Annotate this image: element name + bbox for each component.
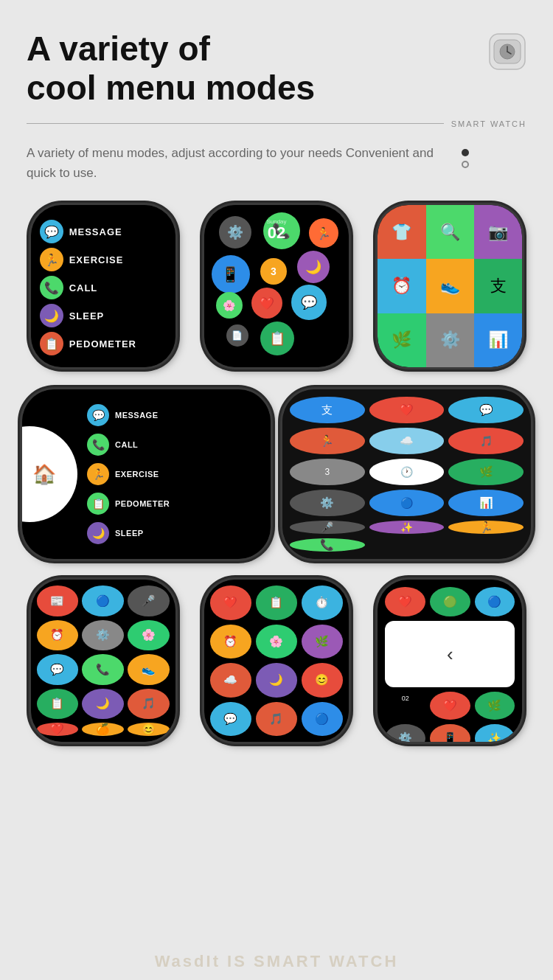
watch-frame-5: 支 ❤️ 💬 🏃 ☁️ 🎵 3 🕐 🌿 ⚙️ 🔵 📊 🎤 ✨ 🏃 📞 [282,389,531,559]
sleep-bubble: 🌙 [297,251,330,283]
app-bubble: 🌿 [475,692,515,720]
app-bubble: 😊 [128,723,170,736]
app-bubble: 📱 [212,255,250,293]
watch-cell-2: Sunday 02 ⚙️ 📞 🏃 📱 3 🌙 🌸 ❤️ 💬 📄 📋 [195,205,357,367]
note-bubble: 📄 [226,324,248,347]
list-item: 🏃 EXERCISE [40,248,167,271]
item-label: SLEEP [69,310,105,322]
app-bubble: 🔵 [82,585,124,616]
watch-cell-7: ❤️ 📋 ⏱️ ⏰ 🌸 🌿 ☁️ 🌙 😊 💬 🎵 🔵 [195,580,357,742]
grid-cell: ⏰ [378,259,425,313]
grid-cell: 🌿 [378,313,425,367]
chat-bubble: 💬 [448,397,524,423]
list-item: 📋 PEDOMETER [87,493,170,515]
app-bubble: ⚙️ [385,724,425,742]
list-item: 📞 CALL [87,434,170,456]
circle-bubble: 🔵 [369,490,445,516]
item-label: EXERCISE [69,254,124,265]
activity-bubble: 🏃 [309,218,338,248]
message-icon: 💬 [40,220,63,243]
app-bubble: 🌸 [256,625,297,659]
title-line1: A variety of [27,29,210,68]
app-bubble: 💬 [37,654,79,685]
app-bubble: 🌙 [82,689,124,720]
date-label: 02 [385,692,425,720]
watch-screen-2: Sunday 02 ⚙️ 📞 🏃 📱 3 🌙 🌸 ❤️ 💬 📄 📋 [204,205,349,367]
watch-frame-8: ❤️ 🟢 🔵 ‹ 02 ❤️ 🌿 ⚙️ 📱 ✨ [378,580,522,742]
app-bubble: 📞 [82,654,124,685]
watch-cell-8: ❤️ 🟢 🔵 ‹ 02 ❤️ 🌿 ⚙️ 📱 ✨ [369,580,531,742]
grid-bubble: 📊 [448,490,524,516]
watch-frame-7: ❤️ 📋 ⏱️ ⏰ 🌸 🌿 ☁️ 🌙 😊 💬 🎵 🔵 [204,580,349,742]
watch-screen-6: 📰 🔵 🎤 ⏰ ⚙️ 🌸 💬 📞 👟 📋 🌙 🎵 ❤️ 🍊 😊 [31,580,175,742]
num3-bubble: 3 [260,258,287,285]
app-bubble: 🎤 [128,585,170,616]
watch-screen-1: 💬 MESSAGE 🏃 EXERCISE 📞 CALL 🌙 SLEEP [31,205,175,367]
back-arrow-icon: ‹ [447,643,453,666]
semicircle: 🏠 [22,426,77,522]
heart-bubble: ❤️ [369,397,445,423]
watch-frame-2: Sunday 02 ⚙️ 📞 🏃 📱 3 🌙 🌸 ❤️ 💬 📄 📋 [204,205,349,367]
watch-cell-1: 💬 MESSAGE 🏃 EXERCISE 📞 CALL 🌙 SLEEP [22,205,184,367]
app-bubble: 🔵 [302,702,343,737]
grid-cell: 👕 [378,205,425,259]
w4-menu-list: 💬 MESSAGE 📞 CALL 🏃 EXERCISE 📋 PEDOMETER [87,404,170,544]
app-bubble: 🌸 [128,620,170,651]
chat-bubble: 💬 [291,285,327,320]
watch-frame-3: 👕 🔍 📷 ⏰ 👟 支 🌿 ⚙️ 📊 [378,205,522,367]
top-watches-grid: 💬 MESSAGE 🏃 EXERCISE 📞 CALL 🌙 SLEEP [0,198,553,389]
title-line2: cool menu modes [27,69,315,107]
watch-screen-3: 👕 🔍 📷 ⏰ 👟 支 🌿 ⚙️ 📊 [378,205,522,367]
indicator-dots [462,149,469,168]
top-bubbles: ❤️ 🟢 🔵 [378,580,522,616]
item-label: SLEEP [115,529,144,538]
app-bubble: 🟢 [430,587,470,616]
list-item: 🌙 SLEEP [40,304,167,327]
sleep-icon: 🌙 [40,304,63,327]
page-title: A variety of cool menu modes [27,29,315,108]
app-bubble: 👟 [128,654,170,685]
sleep-icon: 🌙 [87,522,109,544]
app-bubble: ❤️ [210,585,251,620]
item-label: EXERCISE [115,470,159,479]
app-bubble: ❤️ [385,587,425,616]
app-bubble: 💬 [210,702,251,737]
list-bubble: 📋 [260,322,294,355]
flower-bubble: 🌸 [216,292,243,319]
app-bubble: 📋 [256,585,297,620]
list-item: 🌙 SLEEP [87,522,170,544]
grid-cell: 📊 [474,313,522,367]
list-item: 📋 PEDOMETER [40,332,167,355]
app-bubble: ⏰ [210,625,251,659]
watch-app-icon [488,32,526,71]
exercise-icon: 🏃 [40,248,63,271]
app-bubble: 🍊 [82,723,124,736]
dots-bubble: ✨ [369,521,445,534]
grid-cell: 👟 [426,259,474,313]
dot-active [462,149,469,156]
app-bubble: 🎵 [128,689,170,720]
watch-screen-7: ❤️ 📋 ⏱️ ⏰ 🌸 🌿 ☁️ 🌙 😊 💬 🎵 🔵 [204,580,349,742]
home-icon: 🏠 [32,463,56,486]
watch-frame-4: 🏠 💬 MESSAGE 📞 CALL 🏃 EXERCISE [22,389,271,559]
watch-screen-4: 🏠 💬 MESSAGE 📞 CALL 🏃 EXERCISE [22,389,271,559]
middle-watches-grid: 🏠 💬 MESSAGE 📞 CALL 🏃 EXERCISE [0,389,553,572]
watch-screen-8: ❤️ 🟢 🔵 ‹ 02 ❤️ 🌿 ⚙️ 📱 ✨ [378,580,522,742]
watch-cell-4: 🏠 💬 MESSAGE 📞 CALL 🏃 EXERCISE [22,389,271,559]
watch-cell-5: 支 ❤️ 💬 🏃 ☁️ 🎵 3 🕐 🌿 ⚙️ 🔵 📊 🎤 ✨ 🏃 📞 [282,389,531,559]
description-text: A variety of menu modes, adjust accordin… [27,143,447,183]
header-section: A variety of cool menu modes [0,0,553,119]
app-bubble: 🌿 [302,625,343,659]
app-bubble: 😊 [302,663,343,698]
app-bubble: ❤️ [37,723,79,736]
grid-cell: 🔍 [426,205,474,259]
divider-row: SMART WATCH [0,119,553,128]
settings-bubble: ⚙️ [219,216,251,249]
voice-bubble: 🎤 [290,521,365,534]
call-icon: 📞 [87,434,109,456]
grid-cell: 支 [474,259,522,313]
heart-bubble: ❤️ [251,288,282,319]
watch-cell-6: 📰 🔵 🎤 ⏰ ⚙️ 🌸 💬 📞 👟 📋 🌙 🎵 ❤️ 🍊 😊 [22,580,184,742]
brand-label: SMART WATCH [451,119,526,128]
message-icon: 💬 [87,404,109,426]
